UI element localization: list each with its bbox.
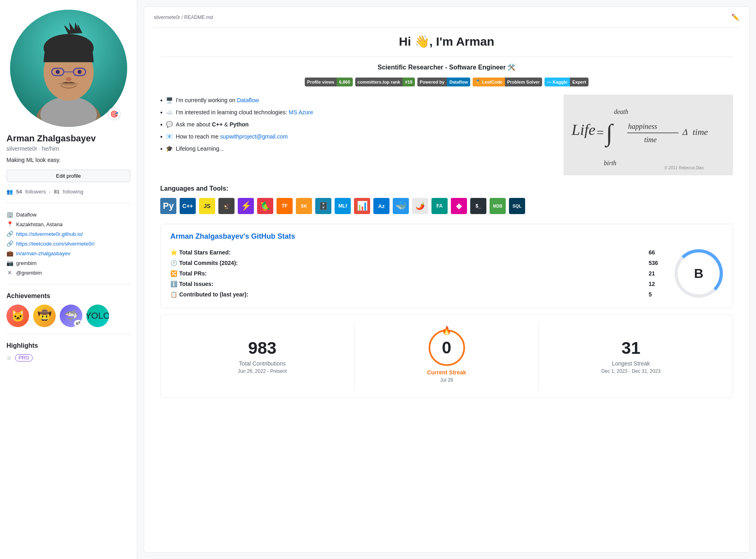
- company-icon: 🏢: [6, 211, 13, 218]
- svg-text:∫: ∫: [605, 120, 614, 148]
- tool-flask: 🌶️: [412, 198, 428, 214]
- website2-link[interactable]: https://leetcode.com/silvermete0r/: [16, 241, 94, 247]
- achievements-row: 🐱 🤠 🦈 x2 YOLO: [6, 305, 130, 327]
- badge-leetcode-left: 🏅 LeetCode: [473, 78, 505, 86]
- linkedin-icon: 💼: [6, 250, 13, 256]
- svg-text:=: =: [596, 125, 605, 140]
- edit-icon[interactable]: ✏️: [731, 13, 739, 21]
- total-contributions-label: Total Contributions: [239, 360, 286, 367]
- profile-name: Arman Zhalgasbayev: [6, 133, 130, 144]
- svg-text:Δ: Δ: [682, 127, 688, 137]
- tool-python: Py: [160, 198, 176, 214]
- readme-path-text: silvermete0r / README.md: [154, 15, 213, 20]
- badge-views: Profile views 6,860: [305, 78, 353, 86]
- longest-streak-label: Longest Streak: [612, 360, 650, 367]
- email-link[interactable]: supwithproject@gmail.com: [220, 133, 288, 140]
- sidebar-twitter: ✕ @grembim: [6, 268, 130, 277]
- achievement-badge-4[interactable]: YOLO: [86, 305, 109, 327]
- bullet-icon-4: 📧: [166, 133, 173, 140]
- current-streak-value: 0: [442, 338, 451, 357]
- svg-text:death: death: [614, 108, 628, 115]
- sidebar-company: 🏢 Dataflow: [6, 210, 130, 219]
- svg-point-11: [66, 77, 71, 81]
- tool-cassandra: 🗄️: [315, 198, 331, 214]
- sidebar-linkedin: 💼 in/arman-zhalgasbayev: [6, 248, 130, 258]
- tool-pycaret: 🦜: [257, 198, 273, 214]
- streak-card: 983 Total Contributions Jun 26, 2022 - P…: [160, 315, 733, 398]
- badges-row: Profile views 6,860 committers.top rank …: [160, 78, 733, 86]
- stats-row-contributed: 📋 Contributed to (last year): 5: [170, 289, 665, 300]
- bullet-list: 🖥️ I'm currently working on Dataflow ☁️ …: [160, 95, 555, 175]
- current-streak-date: Jul 28: [440, 377, 453, 383]
- achievement-badge-1[interactable]: 🐱: [6, 305, 29, 327]
- sidebar-links: 🏢 Dataflow 📍 Kazakhstan, Astana 🔗 https:…: [6, 210, 130, 277]
- tools-section: Languages and Tools: Py C++ JS 🦅 ⚡ 🦜 TF …: [160, 185, 733, 214]
- contributed-value: 5: [649, 291, 665, 298]
- tools-row: Py C++ JS 🦅 ⚡ 🦜 TF SK 🗄️ MLf 📊 Az 🐳 🌶️ F…: [160, 198, 733, 214]
- badge-leetcode: 🏅 LeetCode Problem Solver: [473, 78, 542, 86]
- profile-username: silvermete0r · he/him: [6, 145, 130, 152]
- tool-sklearn: SK: [296, 198, 312, 214]
- azure-link[interactable]: MS Azure: [289, 109, 313, 116]
- twitter-icon: ✕: [6, 269, 13, 276]
- commits-stat-icon: 🕐: [170, 260, 177, 266]
- longest-streak-date: Dec 1, 2023 - Dec 31, 2023: [601, 368, 661, 374]
- follower-icon: 👥: [6, 189, 13, 195]
- svg-text:time: time: [644, 136, 657, 144]
- stats-table: ⭐ Total Stars Earned: 66 🕐 Total Commits…: [170, 247, 665, 300]
- total-contributions-date: Jun 26, 2022 - Present: [238, 368, 287, 374]
- badge-kaggle-right: Expert: [570, 78, 588, 86]
- current-streak-label: Current Streak: [427, 369, 466, 376]
- avatar: 🎯: [10, 10, 127, 127]
- highlights-row: ☆ PRO: [6, 354, 130, 361]
- edit-profile-button[interactable]: Edit profile: [6, 170, 130, 182]
- tools-title: Languages and Tools:: [160, 185, 733, 192]
- svg-point-9: [56, 70, 60, 74]
- tool-mongodb: MDB: [490, 198, 506, 214]
- commits-label: Total Commits (2024):: [179, 260, 646, 266]
- achievement-badge-2[interactable]: 🤠: [33, 305, 56, 327]
- link-icon-2: 🔗: [6, 240, 13, 247]
- tool-mlflow: MLf: [335, 198, 351, 214]
- readme-path: silvermete0r / README.md ✏️: [154, 13, 739, 21]
- avatar-badge: 🎯: [108, 107, 121, 120]
- badge-dataflow: Powered by Dataflow: [417, 78, 471, 86]
- tool-cpp: C++: [180, 198, 196, 214]
- rank-circle-wrap: B: [674, 249, 723, 298]
- readme-path-link[interactable]: silvermete0r / README.md: [154, 15, 213, 20]
- followers-link[interactable]: 54: [16, 189, 22, 195]
- follow-info: 👥 54 followers · 81 following: [6, 189, 130, 195]
- dataflow-link[interactable]: Dataflow: [237, 97, 259, 103]
- current-streak-section: 🔥 0 Current Streak Jul 28: [355, 323, 539, 389]
- website1-link[interactable]: https://silvermete0r.github.io/: [16, 231, 83, 237]
- contributed-label: Contributed to (last year):: [179, 291, 646, 298]
- sidebar: 🎯 Arman Zhalgasbayev silvermete0r · he/h…: [0, 0, 137, 559]
- linkedin-link[interactable]: in/arman-zhalgasbayev: [16, 250, 70, 256]
- sidebar-website1: 🔗 https://silvermete0r.github.io/: [6, 229, 130, 239]
- badge-count: x2: [74, 320, 82, 327]
- total-contributions-section: 983 Total Contributions Jun 26, 2022 - P…: [170, 323, 355, 389]
- achievement-badge-3[interactable]: 🦈 x2: [60, 305, 82, 327]
- badge-rank-right: #19: [402, 78, 415, 86]
- highlights-title: Highlights: [6, 342, 130, 349]
- tool-js: JS: [199, 198, 215, 214]
- pro-badge: PRO: [15, 354, 33, 361]
- star-stat-icon: ⭐: [170, 249, 177, 256]
- following-link[interactable]: 81: [54, 189, 59, 195]
- readme-body: Hi 👋, I'm Arman Scientific Researcher - …: [154, 34, 739, 398]
- prs-stat-icon: 🔀: [170, 270, 177, 277]
- stats-inner: ⭐ Total Stars Earned: 66 🕐 Total Commits…: [170, 247, 723, 300]
- prs-label: Total PRs:: [179, 270, 646, 277]
- sub-heading: Scientific Researcher - Software Enginee…: [160, 63, 733, 71]
- tool-fastapi: FA: [431, 198, 448, 214]
- badge-leetcode-right: Problem Solver: [505, 78, 542, 86]
- location-icon: 📍: [6, 221, 13, 227]
- badge-views-right: 6,860: [337, 78, 353, 86]
- stats-row-prs: 🔀 Total PRs: 21: [170, 268, 665, 279]
- flame-circle: 🔥 0: [429, 330, 465, 366]
- longest-streak-section: 31 Longest Streak Dec 1, 2023 - Dec 31, …: [539, 323, 723, 389]
- bullet-icon-1: 🖥️: [166, 97, 173, 103]
- rank-value: B: [694, 266, 703, 281]
- sidebar-location: 📍 Kazakhstan, Astana: [6, 219, 130, 229]
- bullet-item-4: 📧 How to reach me supwithproject@gmail.c…: [160, 131, 555, 143]
